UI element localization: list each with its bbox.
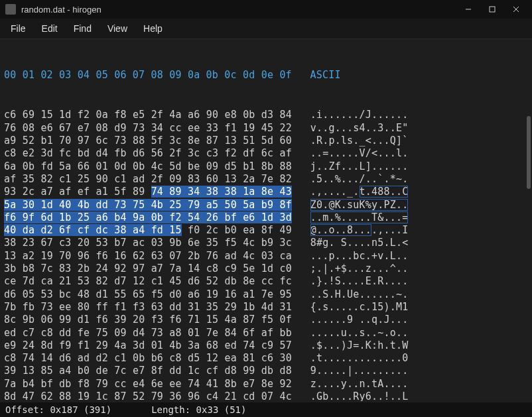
hex-byte[interactable]: 99 — [243, 365, 255, 377]
hex-byte[interactable]: 1b — [243, 301, 255, 313]
hex-byte[interactable]: 2c — [23, 186, 34, 198]
hex-byte[interactable]: 25 — [78, 211, 90, 223]
hex-byte[interactable]: 19 — [243, 122, 255, 134]
hex-byte[interactable]: 29 — [96, 339, 108, 351]
ascii-cell[interactable]: ;.|.+$...z...^.. — [310, 263, 409, 274]
hex-byte[interactable]: 79 — [151, 390, 163, 401]
hex-byte[interactable]: 40 — [59, 199, 71, 211]
hex-byte[interactable]: 9b — [23, 314, 34, 326]
hex-byte[interactable]: 93 — [4, 186, 16, 198]
hex-byte[interactable]: af — [280, 147, 292, 159]
menu-file[interactable]: File — [3, 21, 34, 36]
hex-byte[interactable]: f5 — [261, 314, 273, 326]
hex-byte[interactable]: 4a — [114, 339, 126, 351]
ascii-cell[interactable]: .,...._. — [310, 186, 360, 198]
hex-byte[interactable]: 34 — [188, 186, 200, 198]
hex-byte[interactable]: e7 — [78, 122, 90, 134]
maximize-button[interactable] — [482, 3, 503, 16]
hex-byte[interactable]: 8e — [188, 135, 200, 147]
hex-byte[interactable]: 6f — [243, 327, 255, 339]
hex-byte[interactable]: c9 — [261, 339, 273, 351]
hex-byte[interactable]: 03 — [151, 237, 163, 249]
hex-byte[interactable]: 76 — [206, 250, 218, 262]
hex-byte[interactable]: 55 — [114, 288, 126, 300]
hex-byte[interactable]: 73 — [114, 199, 126, 211]
ascii-cell[interactable]: .t.............0 — [310, 352, 409, 364]
menu-edit[interactable]: Edit — [34, 21, 66, 36]
ascii-cell[interactable]: j..Zf...L]...... — [310, 160, 409, 172]
hex-byte[interactable]: 5a — [4, 199, 16, 211]
hex-byte[interactable]: 81 — [243, 352, 255, 364]
hex-byte[interactable]: c1 — [114, 173, 126, 185]
hex-byte[interactable]: af — [4, 173, 16, 185]
hex-byte[interactable]: 09 — [114, 327, 126, 339]
hex-byte[interactable]: a8 — [169, 327, 181, 339]
hex-byte[interactable]: fc — [59, 147, 71, 159]
ascii-cell[interactable]: z....y..n.tA.... — [310, 378, 409, 390]
ascii-cell[interactable]: ......9 ..q.J... — [310, 314, 409, 326]
hex-byte[interactable]: 31 — [188, 301, 200, 313]
hex-byte[interactable]: 35 — [23, 173, 34, 185]
hex-byte[interactable]: dd — [169, 301, 181, 313]
hex-byte[interactable]: 7d — [23, 275, 34, 287]
ascii-cell[interactable]: .R.p.ls._<...Q]` — [310, 135, 409, 147]
hex-byte[interactable]: 41 — [206, 378, 218, 390]
hex-byte[interactable]: 25 — [169, 199, 181, 211]
hex-byte[interactable]: 4c — [243, 237, 255, 249]
ascii-cell[interactable]: .....u..s..~.o.. — [310, 327, 409, 339]
hex-byte[interactable]: 5d — [261, 135, 273, 147]
hex-byte[interactable]: f9 — [59, 339, 71, 351]
hex-byte[interactable]: d2 — [96, 352, 108, 364]
hex-byte[interactable]: 54 — [188, 211, 200, 223]
menu-find[interactable]: Find — [66, 21, 100, 36]
menu-help[interactable]: Help — [135, 21, 170, 36]
hex-byte[interactable]: 7e — [261, 288, 273, 300]
hex-byte[interactable]: ca — [40, 275, 52, 287]
hex-byte[interactable]: a4 — [133, 224, 145, 236]
hex-byte[interactable]: 38 — [224, 186, 236, 198]
hex-byte[interactable]: 70 — [59, 135, 71, 147]
hex-row[interactable]: 93 2c a7 af ef a1 5f 89 74 89 34 38 38 1… — [4, 186, 528, 198]
hex-byte[interactable]: 97 — [133, 263, 145, 274]
hex-byte[interactable]: f8 — [78, 378, 90, 390]
hex-byte[interactable]: 52 — [133, 390, 145, 401]
hex-byte[interactable]: 13 — [224, 173, 236, 185]
hex-byte[interactable]: 75 — [133, 199, 145, 211]
hex-byte[interactable]: 52 — [206, 275, 218, 287]
hex-byte[interactable]: e2 — [23, 147, 34, 159]
hex-byte[interactable]: 84 — [280, 109, 292, 121]
hex-byte[interactable]: d2 — [40, 224, 52, 236]
hex-byte[interactable]: 03 — [261, 250, 273, 262]
hex-row[interactable]: 8c 9b 06 99 d1 f6 39 20 f3 f6 71 15 4a 8… — [4, 314, 528, 326]
hex-byte[interactable]: 82 — [96, 275, 108, 287]
hex-byte[interactable]: 38 — [114, 224, 126, 236]
hex-byte[interactable]: d6 — [59, 352, 71, 364]
hex-byte[interactable]: b0 — [78, 365, 90, 377]
hex-byte[interactable]: e7 — [133, 365, 145, 377]
hex-byte[interactable]: 73 — [114, 135, 126, 147]
hex-byte[interactable]: 3d — [280, 211, 292, 223]
hex-byte[interactable]: fd — [40, 160, 52, 172]
hex-byte[interactable]: 7b — [4, 301, 16, 313]
hex-byte[interactable]: 20 — [133, 314, 145, 326]
hex-byte[interactable]: 38 — [206, 186, 218, 198]
hex-byte[interactable]: 47 — [23, 390, 34, 401]
hex-byte[interactable]: 8b — [261, 160, 273, 172]
hex-byte[interactable]: 19 — [78, 390, 90, 401]
hex-byte[interactable]: 0f — [280, 314, 292, 326]
hex-byte[interactable]: 40 — [4, 224, 16, 236]
menu-view[interactable]: View — [100, 21, 135, 36]
hex-byte[interactable]: e7 — [243, 378, 255, 390]
close-button[interactable] — [505, 3, 527, 16]
hex-byte[interactable]: 2f — [169, 147, 181, 159]
hex-byte[interactable]: ca — [280, 250, 292, 262]
ascii-cell[interactable]: ..=.....V/<...l. — [310, 147, 409, 159]
ascii-cell[interactable]: ..m.%.....T&...= — [310, 211, 409, 223]
ascii-cell[interactable]: .Gb....Ry6..!..L — [310, 390, 409, 401]
hex-byte[interactable]: a9 — [4, 135, 16, 147]
hex-byte[interactable]: d6 — [133, 147, 145, 159]
hex-row[interactable]: af 35 82 c1 25 90 c1 ad 2f 09 83 60 13 2… — [4, 173, 528, 186]
hex-byte[interactable]: c3 — [206, 147, 218, 159]
hex-row[interactable]: ed c7 c8 dd fe 75 09 d4 73 a8 01 7e 84 6… — [4, 327, 528, 339]
hex-byte[interactable]: 76 — [4, 122, 16, 134]
